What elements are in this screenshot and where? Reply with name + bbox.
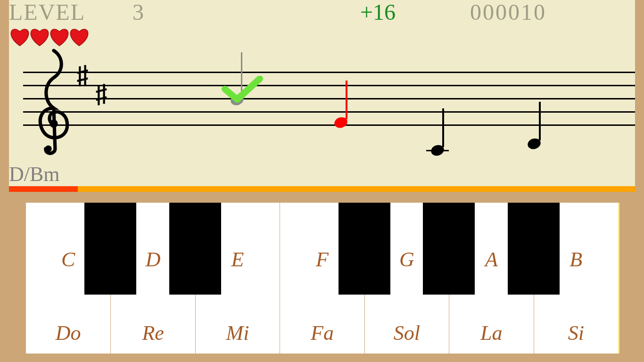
key-solfege: Sol [365, 321, 449, 345]
key-signature-label: D/Bm [9, 162, 60, 186]
checkmark-icon [221, 76, 264, 106]
staff-line [23, 72, 635, 73]
black-key-3[interactable] [339, 203, 390, 295]
sharp-icon [75, 65, 90, 90]
ledger-line [426, 150, 449, 151]
points-delta: +16 [360, 0, 396, 25]
sharp-icon [94, 84, 109, 108]
black-key-0[interactable] [84, 203, 136, 295]
heart-icon [29, 26, 50, 47]
staff-line [23, 111, 635, 113]
black-key-4[interactable] [423, 203, 475, 295]
key-solfege: Mi [196, 321, 280, 345]
game-frame: LEVEL 3 +16 000010 D/Bm CDoDReEMiFFaGSol… [0, 0, 644, 362]
svg-point-0 [50, 120, 58, 128]
staff-panel: LEVEL 3 +16 000010 D/Bm [9, 0, 635, 186]
heart-icon [9, 26, 31, 47]
key-solfege: Si [534, 321, 618, 345]
key-solfege: Fa [280, 321, 364, 345]
staff-line [23, 98, 635, 99]
heart-icon [68, 26, 90, 47]
black-key-5[interactable] [508, 203, 560, 295]
progress-bar [9, 186, 635, 192]
staff-line [23, 85, 635, 86]
treble-clef-icon [28, 47, 80, 157]
key-solfege: Do [26, 321, 110, 345]
hearts-container [9, 26, 88, 47]
svg-point-1 [45, 145, 51, 152]
piano-keyboard: CDoDReEMiFFaGSolALaBSi [26, 203, 618, 354]
piano-right-edge [618, 203, 619, 354]
heart-icon [49, 26, 70, 47]
progress-bar-fill [9, 186, 78, 192]
level-label: LEVEL [9, 0, 85, 25]
key-solfege: Re [111, 321, 195, 345]
score-counter: 000010 [470, 0, 546, 25]
level-number: 3 [132, 0, 144, 25]
staff-line [23, 124, 635, 126]
key-solfege: La [449, 321, 533, 345]
black-key-1[interactable] [169, 203, 221, 295]
